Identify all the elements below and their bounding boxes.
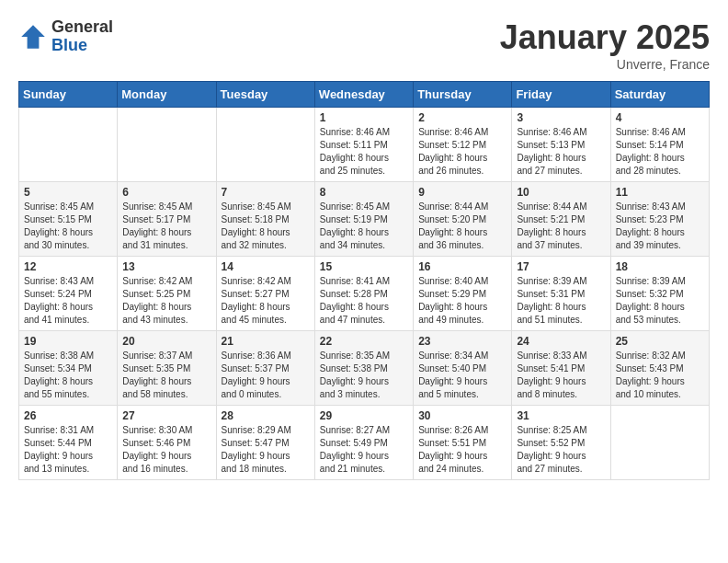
day-number: 14 — [222, 260, 310, 273]
day-info: Sunrise: 8:43 AM Sunset: 5:24 PM Dayligh… — [24, 275, 112, 327]
day-info: Sunrise: 8:29 AM Sunset: 5:47 PM Dayligh… — [222, 424, 310, 476]
calendar-cell — [19, 108, 118, 182]
day-number: 24 — [517, 335, 605, 348]
day-number: 19 — [24, 335, 112, 348]
day-number: 30 — [418, 409, 506, 422]
calendar-cell: 16Sunrise: 8:40 AM Sunset: 5:29 PM Dayli… — [414, 257, 512, 331]
calendar-cell: 15Sunrise: 8:41 AM Sunset: 5:28 PM Dayli… — [314, 257, 413, 331]
day-info: Sunrise: 8:37 AM Sunset: 5:35 PM Dayligh… — [122, 350, 210, 401]
calendar-cell: 29Sunrise: 8:27 AM Sunset: 5:49 PM Dayli… — [314, 406, 413, 480]
day-number: 17 — [517, 260, 605, 273]
day-number: 18 — [616, 260, 704, 273]
day-info: Sunrise: 8:44 AM Sunset: 5:20 PM Dayligh… — [418, 201, 506, 252]
day-number: 29 — [320, 409, 408, 422]
calendar-cell — [216, 108, 314, 182]
day-info: Sunrise: 8:39 AM Sunset: 5:31 PM Dayligh… — [517, 275, 605, 327]
day-number: 9 — [418, 186, 506, 199]
calendar-cell: 18Sunrise: 8:39 AM Sunset: 5:32 PM Dayli… — [610, 257, 709, 331]
day-info: Sunrise: 8:46 AM Sunset: 5:11 PM Dayligh… — [320, 126, 408, 178]
calendar-cell: 27Sunrise: 8:30 AM Sunset: 5:46 PM Dayli… — [118, 406, 216, 480]
calendar-cell — [118, 108, 216, 182]
day-info: Sunrise: 8:40 AM Sunset: 5:29 PM Dayligh… — [418, 275, 506, 327]
calendar-cell — [610, 406, 709, 480]
day-info: Sunrise: 8:36 AM Sunset: 5:37 PM Dayligh… — [222, 350, 310, 401]
day-number: 16 — [418, 260, 506, 273]
calendar-cell: 4Sunrise: 8:46 AM Sunset: 5:14 PM Daylig… — [610, 108, 709, 182]
day-header: Monday — [118, 82, 216, 108]
day-info: Sunrise: 8:46 AM Sunset: 5:12 PM Dayligh… — [418, 126, 506, 178]
day-number: 3 — [517, 111, 605, 124]
calendar-cell: 14Sunrise: 8:42 AM Sunset: 5:27 PM Dayli… — [216, 257, 314, 331]
calendar-cell: 9Sunrise: 8:44 AM Sunset: 5:20 PM Daylig… — [414, 182, 512, 257]
calendar-cell: 23Sunrise: 8:34 AM Sunset: 5:40 PM Dayli… — [414, 331, 512, 406]
day-info: Sunrise: 8:25 AM Sunset: 5:52 PM Dayligh… — [517, 424, 605, 476]
day-number: 28 — [222, 409, 310, 422]
calendar-cell: 11Sunrise: 8:43 AM Sunset: 5:23 PM Dayli… — [610, 182, 709, 257]
day-info: Sunrise: 8:31 AM Sunset: 5:44 PM Dayligh… — [24, 424, 112, 476]
day-number: 10 — [517, 186, 605, 199]
calendar-week-row: 1Sunrise: 8:46 AM Sunset: 5:11 PM Daylig… — [19, 108, 710, 182]
calendar-cell: 3Sunrise: 8:46 AM Sunset: 5:13 PM Daylig… — [512, 108, 610, 182]
calendar-cell: 12Sunrise: 8:43 AM Sunset: 5:24 PM Dayli… — [19, 257, 118, 331]
calendar-cell: 31Sunrise: 8:25 AM Sunset: 5:52 PM Dayli… — [512, 406, 610, 480]
day-info: Sunrise: 8:30 AM Sunset: 5:46 PM Dayligh… — [122, 424, 210, 476]
day-number: 4 — [616, 111, 704, 124]
day-number: 6 — [122, 186, 210, 199]
day-number: 23 — [418, 335, 506, 348]
day-header: Thursday — [414, 82, 512, 108]
calendar-header-row: SundayMondayTuesdayWednesdayThursdayFrid… — [19, 82, 710, 108]
calendar-week-row: 5Sunrise: 8:45 AM Sunset: 5:15 PM Daylig… — [19, 182, 710, 257]
calendar-cell: 5Sunrise: 8:45 AM Sunset: 5:15 PM Daylig… — [19, 182, 118, 257]
day-info: Sunrise: 8:26 AM Sunset: 5:51 PM Dayligh… — [418, 424, 506, 476]
day-info: Sunrise: 8:42 AM Sunset: 5:27 PM Dayligh… — [222, 275, 310, 327]
calendar-cell: 22Sunrise: 8:35 AM Sunset: 5:38 PM Dayli… — [314, 331, 413, 406]
calendar-cell: 7Sunrise: 8:45 AM Sunset: 5:18 PM Daylig… — [216, 182, 314, 257]
day-header: Wednesday — [314, 82, 413, 108]
day-info: Sunrise: 8:33 AM Sunset: 5:41 PM Dayligh… — [517, 350, 605, 401]
day-info: Sunrise: 8:41 AM Sunset: 5:28 PM Dayligh… — [320, 275, 408, 327]
day-info: Sunrise: 8:45 AM Sunset: 5:17 PM Dayligh… — [122, 201, 210, 252]
day-number: 22 — [320, 335, 408, 348]
calendar-week-row: 26Sunrise: 8:31 AM Sunset: 5:44 PM Dayli… — [19, 406, 710, 480]
day-header: Saturday — [610, 82, 709, 108]
day-number: 1 — [320, 111, 408, 124]
calendar-cell: 10Sunrise: 8:44 AM Sunset: 5:21 PM Dayli… — [512, 182, 610, 257]
calendar-week-row: 19Sunrise: 8:38 AM Sunset: 5:34 PM Dayli… — [19, 331, 710, 406]
day-info: Sunrise: 8:43 AM Sunset: 5:23 PM Dayligh… — [616, 201, 704, 252]
day-info: Sunrise: 8:45 AM Sunset: 5:15 PM Dayligh… — [24, 201, 112, 252]
calendar-cell: 6Sunrise: 8:45 AM Sunset: 5:17 PM Daylig… — [118, 182, 216, 257]
calendar-cell: 30Sunrise: 8:26 AM Sunset: 5:51 PM Dayli… — [414, 406, 512, 480]
title-area: January 2025 Unverre, France — [500, 18, 710, 72]
calendar-cell: 28Sunrise: 8:29 AM Sunset: 5:47 PM Dayli… — [216, 406, 314, 480]
calendar: SundayMondayTuesdayWednesdayThursdayFrid… — [18, 81, 710, 480]
calendar-cell: 21Sunrise: 8:36 AM Sunset: 5:37 PM Dayli… — [216, 331, 314, 406]
day-info: Sunrise: 8:45 AM Sunset: 5:18 PM Dayligh… — [222, 201, 310, 252]
month-title: January 2025 — [500, 18, 710, 57]
calendar-cell: 20Sunrise: 8:37 AM Sunset: 5:35 PM Dayli… — [118, 331, 216, 406]
calendar-cell: 1Sunrise: 8:46 AM Sunset: 5:11 PM Daylig… — [314, 108, 413, 182]
day-info: Sunrise: 8:27 AM Sunset: 5:49 PM Dayligh… — [320, 424, 408, 476]
day-info: Sunrise: 8:35 AM Sunset: 5:38 PM Dayligh… — [320, 350, 408, 401]
day-info: Sunrise: 8:38 AM Sunset: 5:34 PM Dayligh… — [24, 350, 112, 401]
calendar-cell: 19Sunrise: 8:38 AM Sunset: 5:34 PM Dayli… — [19, 331, 118, 406]
logo-general: General — [51, 18, 113, 37]
calendar-cell: 2Sunrise: 8:46 AM Sunset: 5:12 PM Daylig… — [414, 108, 512, 182]
day-number: 27 — [122, 409, 210, 422]
calendar-cell: 17Sunrise: 8:39 AM Sunset: 5:31 PM Dayli… — [512, 257, 610, 331]
calendar-cell: 24Sunrise: 8:33 AM Sunset: 5:41 PM Dayli… — [512, 331, 610, 406]
calendar-cell: 25Sunrise: 8:32 AM Sunset: 5:43 PM Dayli… — [610, 331, 709, 406]
calendar-week-row: 12Sunrise: 8:43 AM Sunset: 5:24 PM Dayli… — [19, 257, 710, 331]
logo-icon — [18, 22, 48, 52]
calendar-cell: 8Sunrise: 8:45 AM Sunset: 5:19 PM Daylig… — [314, 182, 413, 257]
location: Unverre, France — [500, 57, 710, 72]
day-number: 11 — [616, 186, 704, 199]
logo-text: General Blue — [51, 18, 113, 55]
calendar-cell: 13Sunrise: 8:42 AM Sunset: 5:25 PM Dayli… — [118, 257, 216, 331]
logo-blue: Blue — [51, 37, 113, 55]
day-info: Sunrise: 8:42 AM Sunset: 5:25 PM Dayligh… — [122, 275, 210, 327]
day-header: Tuesday — [216, 82, 314, 108]
day-number: 5 — [24, 186, 112, 199]
svg-marker-0 — [21, 25, 45, 49]
day-header: Sunday — [19, 82, 118, 108]
day-number: 2 — [418, 111, 506, 124]
